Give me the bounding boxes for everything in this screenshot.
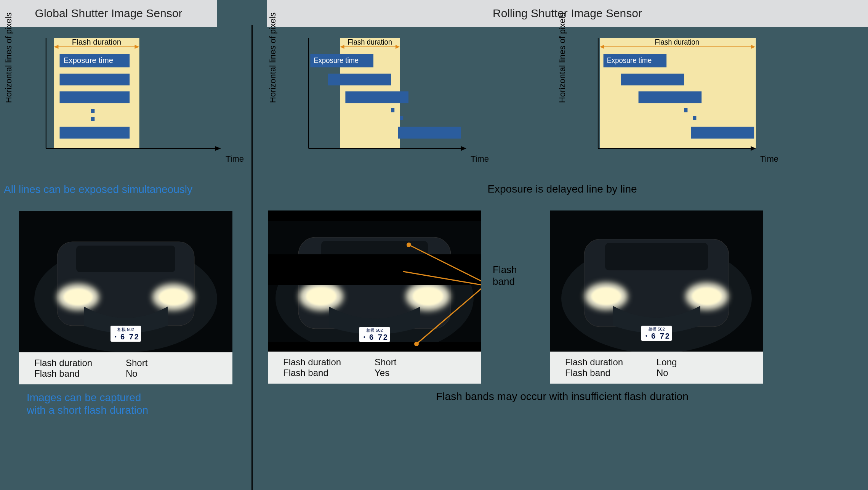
svg-rect-5: [60, 74, 130, 85]
rolling-long-photo: 相模 502 ・6 72: [550, 210, 763, 352]
exp-label-1: Exposure time: [314, 56, 359, 64]
info-val-fb-2: No: [657, 368, 668, 378]
info-val-fd-1: Short: [375, 357, 396, 368]
svg-rect-59: [268, 342, 481, 352]
svg-rect-41: [639, 92, 702, 103]
svg-rect-16: [76, 246, 175, 272]
info-key-fd-1: Flash duration: [283, 357, 375, 368]
global-info-box: Flash duration Short Flash band No: [19, 352, 232, 384]
svg-point-72: [692, 288, 722, 305]
ylabel-1: Horizontal lines of pixels: [268, 13, 278, 103]
rolling-long-info: Flash duration Long Flash band No: [550, 352, 763, 384]
svg-marker-12: [215, 146, 221, 151]
plate-top-1: 相模 502: [366, 328, 383, 333]
header-rolling: Rolling Shutter Image Sensor: [267, 0, 868, 27]
info-val-fd-0: Short: [126, 358, 147, 368]
rolling-caption: Exposure is delayed line by line: [268, 183, 857, 195]
svg-rect-7: [91, 109, 94, 113]
svg-rect-9: [60, 127, 130, 139]
info-key-fd-2: Flash duration: [565, 357, 657, 368]
flash-band-annotation: Flash band: [493, 210, 538, 288]
xlabel-global: Time: [226, 154, 244, 164]
svg-rect-44: [691, 127, 754, 139]
info-val-fd-2: Long: [657, 357, 677, 368]
header-rolling-text: Rolling Shutter Image Sensor: [493, 7, 642, 20]
plate-top-0: 相模 502: [117, 327, 134, 332]
svg-rect-28: [345, 92, 408, 103]
rolling-short-chart: Horizontal lines of pixels Flash duratio…: [268, 38, 481, 179]
svg-rect-6: [60, 92, 130, 103]
ylabel-2: Horizontal lines of pixels: [557, 13, 567, 103]
svg-point-54: [306, 287, 336, 305]
svg-marker-34: [461, 146, 466, 151]
header-gap: [217, 0, 267, 27]
info-key-fb-2: Flash band: [565, 368, 657, 378]
svg-point-20: [159, 289, 188, 305]
svg-rect-58: [268, 254, 481, 285]
info-key-fb-0: Flash band: [34, 368, 126, 379]
svg-rect-40: [621, 74, 684, 85]
flash-dur-label-0: Flash duration: [72, 38, 121, 46]
ylabel-global: Horizontal lines of pixels: [4, 13, 14, 103]
exp-label-2: Exposure time: [607, 56, 652, 64]
rolling-column: Horizontal lines of pixels Flash duratio…: [253, 27, 868, 490]
svg-rect-68: [605, 243, 708, 270]
global-summary: Images can be captured with a short flas…: [27, 391, 236, 417]
global-timing-chart: Horizontal lines of pixels Flash duratio…: [4, 38, 236, 179]
xlabel-1: Time: [471, 154, 489, 164]
svg-rect-42: [684, 108, 687, 112]
info-key-fb-1: Flash band: [283, 368, 375, 378]
plate-bottom-0: ・6 72: [112, 333, 140, 341]
exp-label-0: Exposure time: [64, 56, 113, 64]
svg-point-55: [413, 287, 443, 305]
rolling-short-photo: 相模 502 ・6 72: [268, 210, 481, 352]
header-global-text: Global Shutter Image Sensor: [35, 7, 183, 20]
info-key-fd-0: Flash duration: [34, 358, 126, 368]
svg-rect-31: [398, 127, 461, 139]
info-val-fb-1: Yes: [375, 368, 389, 378]
plate-top-2: 相模 502: [648, 327, 665, 331]
rolling-summary: Flash bands may occur with insufficient …: [268, 390, 857, 403]
header-global: Global Shutter Image Sensor: [0, 0, 217, 27]
plate-bottom-2: ・6 72: [642, 332, 671, 340]
flash-dur-label-2: Flash duration: [655, 38, 699, 46]
svg-point-71: [591, 288, 621, 305]
svg-rect-8: [91, 117, 94, 121]
svg-rect-27: [328, 74, 391, 85]
svg-rect-30: [400, 116, 403, 120]
global-photo: 相模 502 ・6 72: [19, 211, 232, 352]
rolling-long-chart: Horizontal lines of pixels Flash duratio…: [557, 38, 771, 179]
info-val-fb-0: No: [126, 368, 138, 379]
xlabel-2: Time: [760, 154, 778, 164]
global-caption: All lines can be exposed simultaneously: [4, 183, 236, 196]
svg-rect-43: [693, 116, 696, 120]
svg-point-19: [64, 289, 93, 305]
flash-dur-label-1: Flash duration: [348, 38, 392, 46]
plate-bottom-1: ・6 72: [360, 333, 389, 341]
rolling-short-info: Flash duration Short Flash band Yes: [268, 352, 481, 384]
svg-rect-29: [391, 108, 394, 112]
global-column: Horizontal lines of pixels Flash duratio…: [0, 27, 251, 490]
svg-rect-57: [268, 210, 481, 221]
